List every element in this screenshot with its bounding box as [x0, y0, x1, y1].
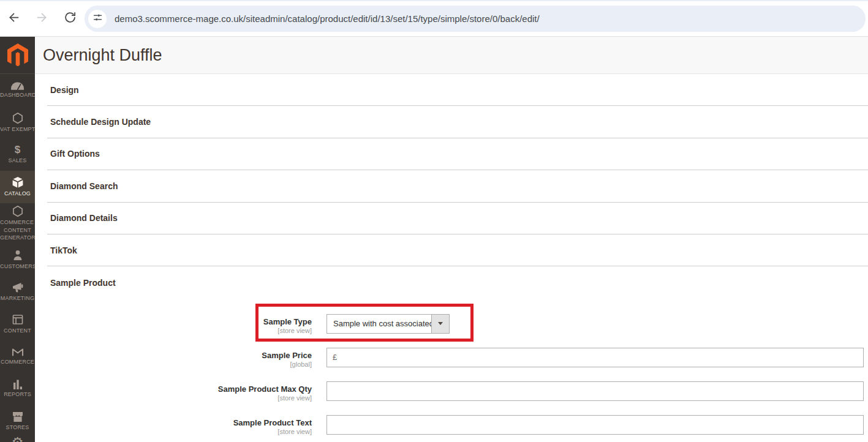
- sample-type-label: Sample Type: [35, 317, 312, 327]
- sidebar-label: MARKETING: [0, 295, 35, 302]
- section-gift-options[interactable]: Gift Options: [47, 138, 868, 170]
- product-edit-page: Overnight Duffle Design Schedule Design …: [35, 37, 868, 442]
- sidebar-item-stores[interactable]: STORES: [0, 405, 35, 437]
- forward-arrow-icon: [36, 11, 48, 26]
- sample-product-max-qty-input[interactable]: [326, 381, 864, 401]
- admin-sidebar: DASHBOARD VAT EXEMPT $ SALES CATALOG COM…: [0, 37, 35, 442]
- sidebar-label: CATALOG: [0, 190, 35, 198]
- sample-price-input[interactable]: [337, 348, 863, 367]
- sample-product-max-qty-label: Sample Product Max Qty: [35, 384, 312, 394]
- sidebar-label: COMMERCE: [0, 359, 35, 366]
- dollar-icon: $: [15, 144, 20, 155]
- sidebar-item-catalog[interactable]: CATALOG: [0, 171, 35, 203]
- sidebar-item-marketing[interactable]: MARKETING: [0, 275, 35, 308]
- hexagon-icon: [12, 112, 24, 124]
- sample-type-row: Sample Type [store view] Sample with cos…: [35, 314, 868, 335]
- section-title: Gift Options: [50, 149, 100, 159]
- browser-back-button[interactable]: [4, 9, 23, 28]
- section-diamond-search[interactable]: Diamond Search: [47, 170, 868, 202]
- page-header: Overnight Duffle: [35, 37, 868, 74]
- dashboard-gauge-icon: [11, 82, 24, 90]
- url-input[interactable]: [115, 13, 857, 24]
- tune-icon: [92, 12, 103, 25]
- sidebar-item-commerce[interactable]: COMMERCE: [0, 340, 35, 373]
- section-sample-product[interactable]: Sample Product: [47, 266, 868, 298]
- sidebar-label: SALES: [0, 157, 35, 165]
- sidebar-label: REPORTS: [0, 391, 35, 399]
- sidebar-label: DASHBOARD: [0, 92, 35, 99]
- sample-product-max-qty-row: Sample Product Max Qty [store view]: [35, 381, 868, 402]
- sidebar-item-dashboard[interactable]: DASHBOARD: [0, 74, 35, 107]
- section-title: Design: [50, 85, 79, 95]
- sample-type-dropdown-button[interactable]: [431, 315, 449, 333]
- sidebar-label: VAT EXEMPT: [0, 126, 35, 133]
- layout-icon: [12, 313, 24, 326]
- section-diamond-details[interactable]: Diamond Details: [47, 203, 868, 234]
- browser-reload-button[interactable]: [60, 9, 80, 28]
- sidebar-item-customers[interactable]: CUSTOMERS: [0, 244, 35, 276]
- sample-product-form: Sample Type [store view] Sample with cos…: [35, 314, 868, 436]
- sample-product-text-label: Sample Product Text: [35, 418, 312, 428]
- sidebar-item-sales[interactable]: $ SALES: [0, 138, 35, 171]
- gear-icon[interactable]: ⚙: [0, 435, 35, 442]
- page-title: Overnight Duffle: [43, 46, 162, 65]
- section-tiktok[interactable]: TikTok: [47, 234, 868, 266]
- package-icon: [12, 176, 24, 189]
- section-title: Diamond Search: [50, 181, 118, 191]
- person-icon: [12, 249, 24, 261]
- reload-icon: [64, 11, 77, 26]
- sidebar-label: CUSTOMERS: [0, 263, 35, 271]
- chevron-down-icon: [438, 322, 443, 325]
- sample-product-text-scope: [store view]: [35, 428, 312, 436]
- section-title: TikTok: [50, 245, 77, 255]
- sidebar-label: CONTENT: [0, 227, 35, 234]
- sidebar-item-vat-exempt[interactable]: VAT EXEMPT: [0, 107, 35, 139]
- section-title: Diamond Details: [50, 213, 118, 223]
- currency-prefix: £: [327, 353, 337, 362]
- address-bar[interactable]: [85, 6, 866, 32]
- megaphone-icon: [12, 282, 24, 293]
- sample-product-text-row: Sample Product Text [store view]: [35, 415, 868, 436]
- sidebar-item-reports[interactable]: REPORTS: [0, 373, 35, 405]
- sidebar-item-content[interactable]: CONTENT: [0, 308, 35, 340]
- sample-price-scope: [global]: [35, 361, 312, 369]
- sidebar-label: GENERATOR: [0, 234, 35, 242]
- section-title: Sample Product: [50, 278, 116, 288]
- magento-logo-icon: [7, 43, 28, 67]
- window-top-edge: [0, 0, 868, 1]
- section-schedule-design-update[interactable]: Schedule Design Update: [47, 106, 868, 138]
- sidebar-label: CONTENT: [0, 328, 35, 335]
- bar-chart-icon: [12, 379, 24, 389]
- sample-type-selected-value: Sample with cost associated: [327, 315, 431, 333]
- storefront-icon: [12, 411, 24, 422]
- sample-type-select[interactable]: Sample with cost associated: [326, 314, 450, 334]
- sidebar-label: STORES: [0, 424, 35, 432]
- browser-forward-button[interactable]: [32, 9, 51, 28]
- site-settings-chip[interactable]: [88, 10, 107, 28]
- sample-product-max-qty-scope: [store view]: [35, 394, 312, 402]
- sidebar-item-commerce-ai-content-generator[interactable]: COMMERCE AI CONTENT GENERATOR: [0, 203, 35, 244]
- magento-logo[interactable]: [0, 37, 35, 74]
- section-design[interactable]: Design: [47, 74, 868, 106]
- back-arrow-icon: [7, 11, 20, 26]
- bowtie-m-icon: [11, 347, 25, 357]
- sample-price-row: Sample Price [global] £: [35, 348, 868, 369]
- browser-chrome: [0, 0, 868, 37]
- section-title: Schedule Design Update: [50, 117, 151, 127]
- hexagon-icon: [12, 205, 24, 217]
- sidebar-label: COMMERCE AI: [0, 219, 35, 227]
- sample-type-scope: [store view]: [35, 327, 312, 335]
- sample-price-label: Sample Price: [35, 351, 312, 361]
- sample-product-text-input[interactable]: [326, 415, 864, 435]
